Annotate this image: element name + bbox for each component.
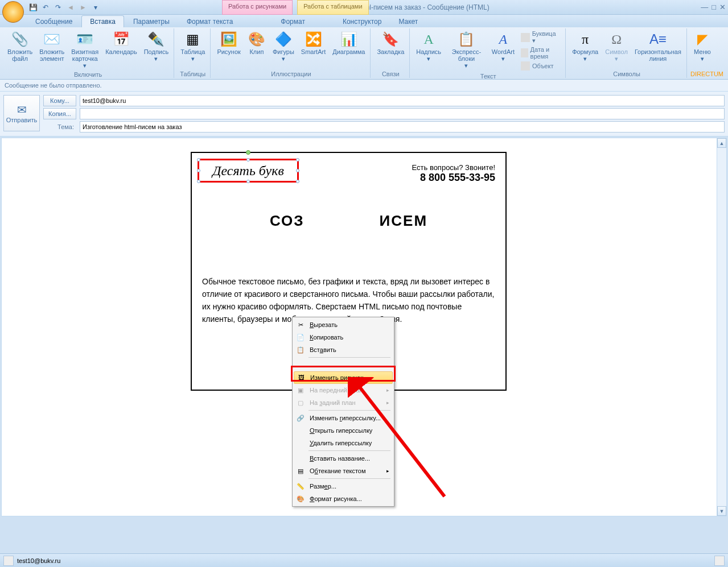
rotate-handle[interactable] [246,150,250,155]
cm-remove-hyperlink[interactable]: Удалить гиперссылку [294,437,393,449]
save-icon[interactable]: 💾 [27,2,39,13]
resize-handle[interactable] [296,158,299,162]
qat-menu-icon[interactable]: ▾ [90,2,101,13]
tab-format[interactable]: Формат [273,16,313,27]
message-notice: Сообщение не было отправлено. [0,80,728,92]
resize-handle[interactable] [197,180,200,183]
send-button[interactable]: ✉ Отправить [3,95,40,131]
message-body[interactable]: Десять букв Есть вопросы? Звоните! 8 800… [1,138,727,516]
wordart-icon: A [494,30,512,48]
cm-cut[interactable]: ✂Вырезать [294,318,393,331]
group-label: DIRECTUM [690,70,723,78]
resize-handle[interactable] [296,169,299,172]
picture-button[interactable]: 🖼️Рисунок [214,28,244,57]
contact-question: Есть вопросы? Звоните! [412,163,495,172]
chart-button[interactable]: 📊Диаграмма [330,28,368,57]
equation-button[interactable]: πФормула ▾ [569,28,601,64]
close-icon[interactable]: ✕ [719,3,726,11]
cm-text-wrap[interactable]: ▤Обтекание текстом▸ [294,465,393,477]
tab-message[interactable]: Сообщение [27,16,80,27]
signature-button[interactable]: ✒️Подпись ▾ [141,28,172,64]
tab-designer[interactable]: Конструктор [335,16,389,27]
resize-handle[interactable] [197,169,200,172]
subject-label: Тема: [43,123,76,130]
next-icon[interactable]: ► [77,2,89,13]
business-card-button[interactable]: 🪪Визитная карточка ▾ [68,28,101,71]
office-button[interactable] [2,1,24,23]
clip-button[interactable]: 🎨Клип [245,28,269,57]
cm-size[interactable]: 📏Размер... [294,480,393,492]
directum-menu-button[interactable]: ◤Меню ▾ [690,28,714,64]
table-button[interactable]: ▦Таблица ▾ [178,28,208,64]
envelope-icon: ✉️ [43,30,61,48]
cm-copy[interactable]: 📄Копировать [294,331,393,343]
to-input[interactable] [80,95,725,106]
resize-handle[interactable] [246,180,250,183]
cm-bring-front: ▣На передний план▸ [294,384,393,396]
object-button[interactable]: Объект [520,61,562,71]
wordart-button[interactable]: AWordArt ▾ [489,28,517,64]
back-icon: ▢ [296,398,305,407]
group-label: Иллюстрации [214,70,368,78]
cm-format-picture[interactable]: 🎨Формат рисунка... [294,492,393,505]
window-title: Изготовление html-писем на заказ - Сообщ… [101,3,701,11]
selected-image[interactable]: Десять букв [198,159,299,183]
resize-handle[interactable] [197,158,200,162]
logo-text: Десять букв [212,163,284,179]
hr-button[interactable]: A≡Горизонтальная линия [632,28,684,64]
cc-button[interactable]: Копия... [43,108,76,119]
cm-open-hyperlink[interactable]: Открыть гиперссылку [294,424,393,437]
context-tab-table[interactable]: Работа с таблицами [297,0,368,15]
cm-change-picture[interactable]: 🖼Изменить рисунок... [294,371,393,384]
smartart-button[interactable]: 🔀SmartArt [298,28,328,57]
scroll-up-icon[interactable]: ▲ [717,138,726,148]
send-label: Отправить [6,117,38,123]
front-icon: ▣ [296,386,305,395]
attach-file-button[interactable]: 📎Вложить файл [5,28,35,64]
context-tab-picture[interactable]: Работа с рисунками [222,0,293,15]
minimize-icon[interactable]: — [701,3,708,11]
tab-options[interactable]: Параметры [125,16,178,27]
ribbon: 📎Вложить файл ✉️Вложить элемент 🪪Визитна… [0,27,728,80]
bookmark-button[interactable]: 🔖Закладка [374,28,407,57]
undo-icon[interactable]: ↶ [40,2,51,13]
window-controls: — □ ✕ [701,3,726,11]
attach-item-button[interactable]: ✉️Вложить элемент [36,28,67,64]
cm-paste[interactable]: 📋Вставить [294,343,393,356]
cm-insert-caption[interactable]: Вставить название... [294,452,393,465]
wrap-icon: ▤ [296,466,305,475]
prev-icon[interactable]: ◄ [65,2,76,13]
chart-icon: 📊 [340,30,358,48]
separator [309,478,390,479]
resize-handle[interactable] [296,180,299,183]
pi-icon: π [576,30,594,48]
context-menu: ✂Вырезать 📄Копировать 📋Вставить x 🖼Измен… [292,317,394,507]
textbox-button[interactable]: AНадпись ▾ [413,28,444,64]
dropcap-button[interactable]: Буквица ▾ [520,30,562,45]
to-button[interactable]: Кому... [43,95,76,106]
textbox-icon: A [419,30,438,48]
resize-handle[interactable] [246,158,250,162]
cm-edit-hyperlink[interactable]: 🔗Изменить гиперссылку... [294,412,393,424]
maximize-icon[interactable]: □ [711,3,716,11]
redo-icon[interactable]: ↷ [52,2,64,13]
group-tables: ▦Таблица ▾ Таблицы [175,28,211,78]
calendar-button[interactable]: 📅Календарь [102,28,140,57]
tab-insert[interactable]: Вставка [81,15,124,27]
separator [309,410,390,411]
datetime-button[interactable]: Дата и время [520,45,562,60]
link-icon: 🔗 [296,413,305,423]
symbol-button[interactable]: ΩСимвол ▾ [602,28,631,64]
change-picture-icon: 🖼 [297,373,306,382]
vertical-scrollbar[interactable]: ▲ ▼ [717,138,726,516]
calendar-icon: 📅 [112,30,130,48]
smartart-icon: 🔀 [305,30,323,48]
quickparts-button[interactable]: 📋Экспресс-блоки ▾ [445,28,488,71]
subject-input[interactable] [80,121,725,133]
tab-format-text[interactable]: Формат текста [179,16,241,27]
picture-icon: 🖼️ [220,30,238,48]
scroll-down-icon[interactable]: ▼ [717,506,726,516]
shapes-button[interactable]: 🔷Фигуры ▾ [270,28,297,64]
tab-layout[interactable]: Макет [390,16,426,27]
cc-input[interactable] [80,108,725,119]
